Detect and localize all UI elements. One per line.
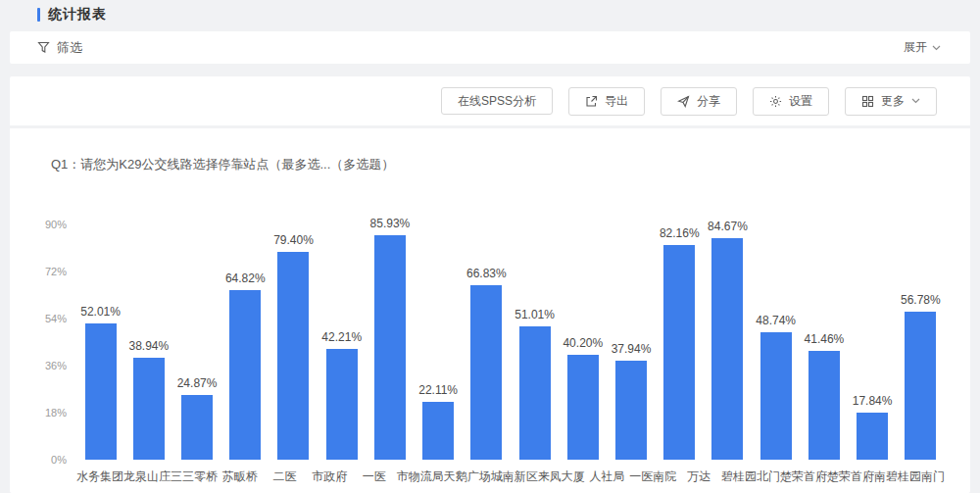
x-axis-label: 一医南院: [629, 468, 676, 485]
bar-value-label: 17.84%: [853, 394, 893, 408]
x-axis-label: 龙泉山庄: [123, 468, 171, 485]
gear-icon: [769, 95, 782, 108]
x-axis-label: 碧桂园北门: [721, 468, 780, 485]
export-button[interactable]: 导出: [568, 87, 645, 116]
bar[interactable]: 85.93%: [374, 235, 406, 460]
bar-column: 42.21%: [318, 224, 366, 460]
bar[interactable]: 82.16%: [663, 245, 695, 460]
x-axis-label: 苏畈桥: [218, 468, 263, 485]
title-marker: [37, 8, 40, 22]
bar-value-label: 38.94%: [128, 339, 169, 353]
spss-analysis-label: 在线SPSS分析: [458, 95, 536, 107]
grid-icon: [861, 95, 874, 108]
bar-column: 84.67%: [704, 224, 752, 460]
y-tick-label: 0%: [51, 454, 67, 466]
x-axis-label: 二医: [263, 468, 308, 485]
bar-value-label: 84.67%: [708, 220, 748, 233]
bar[interactable]: 84.67%: [711, 238, 743, 460]
bar-chart: 0%18%36%54%72%90% 52.01%38.94%24.87%64.8…: [39, 224, 945, 485]
bar-value-label: 85.93%: [370, 217, 411, 230]
bar-column: 24.87%: [172, 224, 220, 460]
bar[interactable]: 56.78%: [905, 312, 936, 460]
x-axis-label: 人社局: [585, 468, 630, 485]
bar[interactable]: 48.74%: [760, 332, 792, 460]
chevron-down-icon: [932, 45, 941, 51]
bars-row: 52.01%38.94%24.87%64.82%79.40%42.21%85.9…: [76, 224, 945, 460]
bar[interactable]: 37.94%: [615, 361, 647, 460]
bar-column: 41.46%: [800, 224, 848, 460]
bar[interactable]: 79.40%: [277, 252, 309, 460]
bar-value-label: 41.46%: [805, 332, 845, 346]
filter-label: 筛选: [57, 39, 82, 57]
x-axis-label: 来凤大厦: [538, 468, 585, 485]
share-icon: [677, 95, 690, 108]
bar-column: 38.94%: [124, 224, 172, 460]
bar[interactable]: 40.20%: [567, 355, 599, 460]
x-axis-label: 一医: [352, 468, 397, 485]
bar-value-label: 66.83%: [466, 267, 507, 280]
bar-value-label: 79.40%: [273, 233, 314, 247]
spss-analysis-button[interactable]: 在线SPSS分析: [441, 87, 553, 115]
bar[interactable]: 22.11%: [422, 402, 454, 460]
bar-value-label: 24.87%: [177, 376, 218, 390]
toolbar: 在线SPSS分析 导出 分享 设置: [10, 76, 970, 125]
y-axis: 0%18%36%54%72%90%: [39, 224, 76, 460]
bar[interactable]: 51.01%: [519, 326, 551, 460]
more-button[interactable]: 更多: [845, 87, 937, 116]
bar-column: 52.01%: [76, 224, 124, 460]
bar[interactable]: 64.82%: [229, 290, 261, 460]
x-axis-label: 天鹅广场: [444, 468, 491, 485]
bar-column: 85.93%: [366, 224, 414, 460]
filter-button[interactable]: 筛选: [37, 39, 82, 57]
bar-value-label: 64.82%: [225, 271, 266, 285]
y-tick-label: 72%: [45, 266, 67, 277]
bar-value-label: 51.01%: [514, 308, 555, 321]
bar-value-label: 22.11%: [418, 383, 458, 397]
x-axis-label: 碧桂园南门: [886, 468, 945, 485]
share-button[interactable]: 分享: [661, 87, 737, 116]
question-title: Q1：请您为K29公交线路选择停靠站点（最多选...（多选题）: [51, 156, 945, 173]
bar-column: 64.82%: [221, 224, 270, 460]
more-label: 更多: [881, 95, 905, 107]
bar-column: 51.01%: [511, 224, 559, 460]
x-axis-label: 万达: [676, 468, 721, 485]
settings-label: 设置: [789, 95, 812, 107]
plot-area: 52.01%38.94%24.87%64.82%79.40%42.21%85.9…: [76, 224, 945, 485]
chart-panel: Q1：请您为K29公交线路选择停靠站点（最多选...（多选题） 0%18%36%…: [10, 128, 970, 493]
bar-column: 37.94%: [607, 224, 655, 460]
bar-column: 79.40%: [270, 224, 318, 460]
funnel-icon: [37, 41, 50, 54]
expand-toggle[interactable]: 展开: [904, 39, 941, 56]
x-axis-label: 市物流局: [397, 468, 444, 485]
export-icon: [585, 95, 598, 108]
y-tick-label: 54%: [45, 313, 67, 324]
bar[interactable]: 17.84%: [857, 413, 888, 460]
expand-label: 展开: [904, 39, 927, 56]
x-axis-label: 市政府: [307, 468, 352, 485]
x-axis: 水务集团龙泉山庄三三零桥苏畈桥二医市政府一医市物流局天鹅广场城南新区来凤大厦人社…: [76, 468, 945, 485]
bar-column: 17.84%: [849, 224, 897, 460]
bar-column: 82.16%: [656, 224, 704, 460]
bar-value-label: 42.21%: [321, 330, 362, 344]
bar[interactable]: 66.83%: [470, 285, 502, 460]
bar[interactable]: 42.21%: [326, 349, 358, 460]
x-axis-label: 楚荣首府: [780, 468, 827, 485]
x-axis-label: 水务集团: [76, 468, 123, 485]
bar[interactable]: 24.87%: [181, 395, 213, 460]
bar-column: 56.78%: [897, 224, 945, 460]
x-axis-label: 楚荣首府南: [827, 468, 886, 485]
page-header: 统计报表: [0, 0, 980, 29]
bar-value-label: 40.20%: [563, 336, 603, 350]
bar-value-label: 52.01%: [80, 305, 121, 319]
settings-button[interactable]: 设置: [753, 87, 829, 116]
bar-value-label: 48.74%: [756, 314, 796, 327]
bar-column: 66.83%: [463, 224, 511, 460]
chevron-down-icon: [911, 98, 920, 104]
bar[interactable]: 41.46%: [808, 351, 840, 460]
bar-value-label: 82.16%: [660, 226, 700, 240]
bar[interactable]: 38.94%: [133, 358, 165, 460]
bar[interactable]: 52.01%: [85, 323, 117, 460]
page-title: 统计报表: [48, 6, 107, 24]
bar-column: 40.20%: [559, 224, 607, 460]
x-axis-label: 城南新区: [491, 468, 538, 485]
